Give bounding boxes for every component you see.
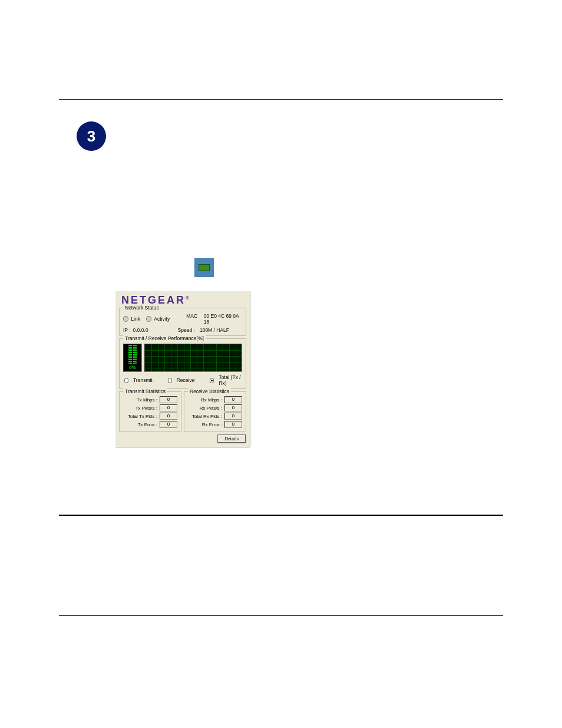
meter-seg	[128, 345, 132, 346]
performance-meter: 0%	[123, 344, 142, 372]
meter-seg	[133, 352, 137, 353]
netgear-status-panel: NETGEAR® Network Status Link Activity MA…	[115, 291, 250, 447]
receive-stats-group: Receive Statistics Rx Mbps :0Rx Pkts/s :…	[184, 391, 246, 431]
rx-stat-label: Rx Pkts/s :	[188, 406, 222, 411]
meter-bar-right	[133, 345, 137, 364]
network-status-group: Network Status Link Activity MAC : 00 E0…	[119, 308, 246, 336]
meter-seg	[128, 357, 132, 358]
ip-label: IP :	[123, 327, 131, 333]
rx-stat-row: Total Rx Pkts :0	[187, 412, 243, 420]
tx-stat-row: Tx Mbps :0	[122, 396, 178, 404]
speed-label: Speed :	[178, 327, 195, 333]
meter-seg	[133, 350, 137, 351]
radio-transmit[interactable]	[124, 378, 128, 383]
radio-total-label: Total (Tx / Rx)	[219, 374, 241, 386]
logo-registered-mark: ®	[186, 295, 189, 301]
tray-nic-icon	[194, 258, 214, 277]
rx-stat-label: Rx Mbps :	[188, 397, 222, 403]
graph-gridline-h	[145, 362, 242, 363]
tx-stat-label: Tx Error :	[123, 422, 157, 427]
speed-value: 100M / HALF	[200, 327, 229, 333]
header-rule	[59, 99, 503, 100]
meter-seg	[133, 347, 137, 348]
logo-text: NETGEAR	[121, 294, 186, 306]
meter-seg	[128, 361, 132, 362]
radio-dot-icon	[211, 380, 213, 381]
activity-label: Activity	[154, 316, 170, 322]
meter-seg	[133, 348, 137, 350]
receive-stats-title: Receive Statistics	[188, 388, 231, 394]
transmit-stats-title: Transmit Statistics	[123, 388, 167, 394]
network-status-row-1: Link Activity MAC : 00 E0 4C 69 0A 18	[122, 312, 243, 326]
tx-stat-label: Tx Mbps :	[123, 397, 157, 403]
meter-bar-left	[128, 345, 132, 364]
meter-seg	[128, 359, 132, 360]
meter-seg	[128, 354, 132, 355]
rx-stat-label: Total Rx Pkts :	[188, 414, 222, 419]
tx-stat-row: Total Tx Pkts :0	[122, 412, 178, 420]
meter-seg	[128, 350, 132, 351]
footer-rule	[59, 615, 503, 616]
meter-seg	[133, 354, 137, 355]
meter-seg	[133, 357, 137, 358]
meter-percent: 0%	[129, 365, 136, 371]
performance-radios: Transmit Receive Total (Tx / Rx)	[122, 372, 243, 386]
radio-receive-label: Receive	[177, 377, 195, 383]
radio-total[interactable]	[210, 378, 214, 383]
graph-gridline-h	[145, 368, 242, 368]
tx-stat-value: 0	[160, 413, 177, 420]
performance-body: 0%	[122, 342, 243, 372]
radio-transmit-label: Transmit	[133, 377, 153, 383]
meter-seg	[128, 348, 132, 350]
activity-led-icon	[146, 316, 151, 322]
nic-chip-icon	[199, 264, 210, 271]
step-badge: 3	[77, 121, 106, 151]
meter-seg	[128, 355, 132, 357]
meter-seg	[133, 355, 137, 357]
tx-stat-row: Tx Error :0	[122, 420, 178, 429]
meter-seg	[128, 347, 132, 348]
rx-stat-value: 0	[224, 413, 242, 420]
rx-stat-label: Rx Error :	[188, 422, 222, 427]
performance-graph	[144, 344, 242, 372]
tx-stat-label: Tx Pkts/s :	[123, 406, 157, 411]
divider-rule-thick	[59, 515, 503, 516]
rx-stat-value: 0	[224, 421, 242, 428]
rx-stat-row: Rx Error :0	[187, 420, 243, 429]
meter-seg	[128, 352, 132, 353]
graph-gridline-h	[145, 350, 242, 351]
rx-stat-value: 0	[224, 404, 242, 411]
rx-stat-row: Rx Mbps :0	[187, 396, 243, 404]
tx-stat-row: Tx Pkts/s :0	[122, 404, 178, 412]
performance-group: Transmit / Receive Performance[%] 0% Tra…	[119, 338, 246, 389]
meter-seg	[133, 345, 137, 346]
meter-seg	[133, 361, 137, 362]
tx-stat-value: 0	[160, 404, 177, 411]
rx-stat-value: 0	[224, 396, 242, 403]
stats-pair: Transmit Statistics Tx Mbps :0Tx Pkts/s …	[119, 391, 246, 431]
meter-seg	[128, 363, 132, 364]
link-label: Link	[131, 316, 140, 322]
meter-bars	[128, 345, 137, 365]
network-status-row-2: IP : 0.0.0.0 Speed : 100M / HALF	[122, 326, 243, 333]
rx-stat-row: Rx Pkts/s :0	[187, 404, 243, 412]
tx-stat-value: 0	[160, 396, 177, 403]
details-button-label: Details	[224, 436, 239, 442]
network-status-title: Network Status	[123, 305, 161, 311]
radio-receive[interactable]	[168, 378, 172, 383]
tx-stat-value: 0	[160, 421, 177, 428]
details-row: Details	[115, 433, 250, 446]
meter-seg	[133, 359, 137, 360]
graph-gridline-h	[145, 356, 242, 357]
tx-stat-label: Total Tx Pkts :	[123, 414, 157, 419]
mac-value: 00 E0 4C 69 0A 18	[204, 313, 242, 325]
link-led-icon	[123, 316, 128, 322]
details-button[interactable]: Details	[217, 434, 246, 443]
mac-label: MAC :	[186, 313, 199, 325]
meter-seg	[133, 363, 137, 364]
performance-title: Transmit / Receive Performance[%]	[123, 335, 206, 341]
step-number: 3	[87, 129, 95, 144]
transmit-stats-group: Transmit Statistics Tx Mbps :0Tx Pkts/s …	[119, 391, 181, 431]
ip-value: 0.0.0.0	[133, 327, 148, 333]
